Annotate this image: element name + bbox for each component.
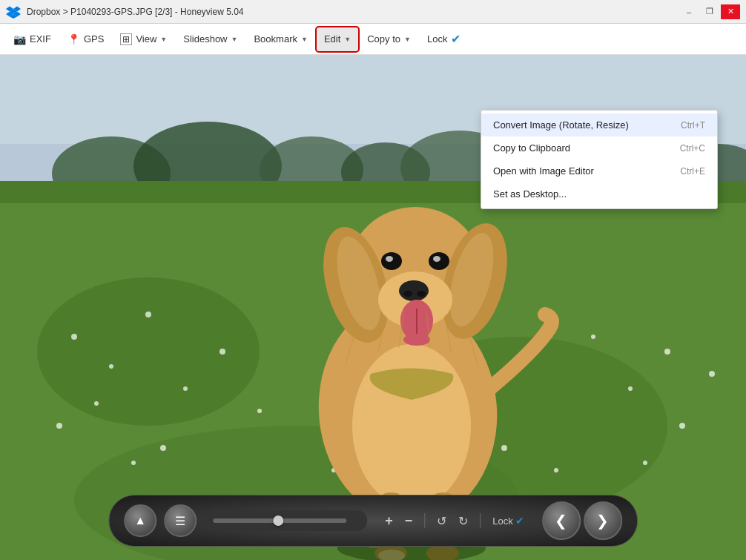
prev-arrow-icon: ❮ [555,512,567,530]
titlebar-controls: – ❐ ✕ [679,4,740,19]
exif-label: EXIF [30,33,51,45]
edit-label: Edit [324,33,340,45]
svg-point-57 [386,256,393,262]
edit-arrow-icon: ▼ [344,36,351,43]
svg-point-31 [664,349,670,355]
menubar-item-lock[interactable]: Lock ✔ [420,27,468,51]
svg-point-52 [399,280,429,301]
bookmark-arrow-icon: ▼ [301,36,308,43]
svg-point-54 [417,291,426,297]
svg-point-32 [628,386,633,391]
app-logo-icon [6,4,21,19]
svg-point-26 [131,461,136,465]
view-arrow-icon: ▼ [160,36,167,43]
svg-point-38 [554,468,558,472]
svg-point-34 [591,335,595,339]
next-button[interactable]: ❯ [584,501,622,540]
maximize-button[interactable]: ❐ [700,4,719,19]
lock-check-icon: ✔ [451,32,461,46]
zoom-in-button[interactable]: + [380,513,397,529]
pin-icon: 📍 [67,33,80,45]
slideshow-arrow-icon: ▼ [231,36,238,43]
open-editor-item[interactable]: Open with Image Editor Ctrl+E [481,159,717,182]
svg-point-24 [183,386,188,391]
next-arrow-icon: ❯ [596,512,609,530]
convert-image-item[interactable]: Convert Image (Rotate, Resize) Ctrl+T [481,113,717,136]
camera-icon: 📷 [13,33,26,45]
svg-point-30 [257,409,262,413]
svg-point-29 [160,445,166,451]
svg-point-18 [37,277,260,426]
menu-button[interactable]: ☰ [164,504,197,537]
lock-label: Lock [492,515,512,527]
view-icon: ⊞ [120,33,132,45]
copy-clipboard-item[interactable]: Copy to Clipboard Ctrl+C [481,136,717,159]
convert-image-shortcut: Ctrl+T [681,120,705,131]
slideshow-label: Slideshow [183,33,227,45]
svg-point-33 [679,423,685,429]
svg-point-61 [403,334,430,346]
rotate-left-button[interactable]: ↺ [432,514,451,528]
svg-point-27 [219,349,225,355]
toolbar-divider-2 [480,513,481,528]
lock-text-button[interactable]: Lock ✔ [488,515,528,527]
svg-point-25 [56,423,62,429]
svg-point-21 [71,334,77,340]
copy-clipboard-label: Copy to Clipboard [493,142,570,154]
toolbar-divider-1 [424,513,425,528]
set-desktop-label: Set as Desktop... [493,188,567,200]
svg-point-58 [433,256,440,262]
rotate-right-button[interactable]: ↻ [454,514,472,528]
scroll-up-button[interactable]: ▲ [124,504,156,537]
lock-check-icon-bottom: ✔ [515,515,524,527]
convert-image-label: Convert Image (Rotate, Resize) [493,119,629,131]
menubar-item-gps[interactable]: 📍 GPS [60,27,111,51]
svg-point-23 [145,312,151,317]
prev-button[interactable]: ❮ [542,501,581,540]
open-editor-shortcut: Ctrl+E [680,166,705,177]
zoom-slider-thumb[interactable] [273,515,283,526]
svg-point-22 [109,364,113,369]
titlebar-left: Dropbox > P1040293-GPS.JPG [2/3] - Honey… [6,4,244,19]
edit-dropdown-menu: Convert Image (Rotate, Resize) Ctrl+T Co… [481,110,718,209]
copy-clipboard-shortcut: Ctrl+C [680,143,705,154]
view-label: View [136,33,156,45]
minimize-button[interactable]: – [679,4,699,19]
image-area: Convert Image (Rotate, Resize) Ctrl+T Co… [0,55,746,560]
menu-icon: ☰ [175,514,185,528]
svg-point-39 [501,445,507,451]
open-editor-label: Open with Image Editor [493,165,594,177]
copyto-arrow-icon: ▼ [404,36,411,43]
window-title: Dropbox > P1040293-GPS.JPG [2/3] - Honey… [27,7,244,17]
menubar: 📷 EXIF 📍 GPS ⊞ View ▼ Slideshow ▼ Bookma… [0,24,746,55]
set-desktop-item[interactable]: Set as Desktop... [481,182,717,205]
zoom-slider[interactable] [213,518,346,523]
menubar-item-view[interactable]: ⊞ View ▼ [113,27,174,51]
copyto-label: Copy to [367,33,400,45]
menubar-item-edit[interactable]: Edit ▼ [317,27,358,51]
menubar-item-copyto[interactable]: Copy to ▼ [360,27,418,51]
titlebar: Dropbox > P1040293-GPS.JPG [2/3] - Honey… [0,0,746,24]
svg-point-53 [403,291,412,297]
gps-label: GPS [84,33,104,45]
lock-label: Lock [427,33,447,45]
zoom-slider-container [204,510,367,531]
svg-point-36 [643,461,647,465]
menubar-item-bookmark[interactable]: Bookmark ▼ [246,27,314,51]
svg-point-35 [709,371,715,377]
bookmark-label: Bookmark [254,33,297,45]
close-button[interactable]: ✕ [721,4,740,19]
menubar-item-slideshow[interactable]: Slideshow ▼ [176,27,245,51]
up-arrow-icon: ▲ [134,514,146,527]
menubar-item-exif[interactable]: 📷 EXIF [6,27,59,51]
bottom-toolbar: ▲ ☰ + − ↺ ↻ Lock ✔ [108,495,638,547]
zoom-out-button[interactable]: − [400,513,417,529]
svg-point-28 [94,401,99,406]
